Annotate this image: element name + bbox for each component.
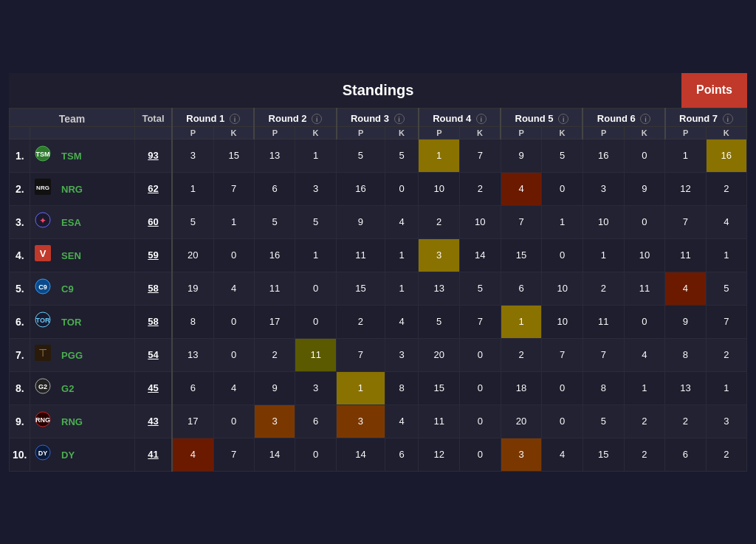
round2-header: Round 2 i: [254, 108, 336, 126]
round6-header: Round 6 i: [583, 108, 664, 126]
standings-table: Team Total Round 1 i Round 2 i Round 3 i: [9, 108, 747, 472]
round1-info-icon[interactable]: i: [230, 114, 240, 124]
r3-k-cell: 4: [385, 404, 419, 438]
team-logo: ✦: [35, 212, 55, 233]
r6-k-cell: 0: [624, 205, 665, 238]
r6-k-cell: 0: [624, 139, 665, 172]
team-name: G2: [61, 382, 74, 393]
svg-text:✦: ✦: [39, 216, 47, 226]
rank-cell: 10.: [10, 438, 30, 471]
r3-k-header: K: [385, 126, 419, 139]
r6-k-cell: 1: [624, 371, 665, 404]
total-cell: 58: [135, 305, 172, 338]
r5-k-cell: 0: [542, 238, 583, 272]
r6-p-cell: 16: [583, 139, 624, 172]
r5-k-cell: 7: [542, 338, 583, 371]
r4-p-cell: 5: [419, 305, 460, 338]
r4-k-header: K: [460, 126, 501, 139]
team-cell: C9 C9: [30, 272, 135, 305]
team-cell: RNG RNG: [30, 404, 135, 438]
total-column-header: Total: [135, 108, 172, 126]
r1-p-cell: 6: [172, 371, 213, 404]
total-cell: 45: [135, 371, 172, 404]
table-row: 5. C9 C9 5819411015113561021145: [10, 272, 747, 305]
team-name: ESA: [61, 216, 81, 227]
r1-p-cell: 20: [172, 238, 213, 272]
team-cell: TOR TOR: [30, 305, 135, 338]
r3-k-cell: 4: [385, 205, 419, 238]
rank-cell: 1.: [10, 139, 30, 172]
r2-p-cell: 17: [254, 305, 295, 338]
r1-k-cell: 4: [213, 371, 254, 404]
r4-k-cell: 5: [460, 272, 501, 305]
r7-p-cell: 7: [665, 205, 706, 238]
r5-p-cell: 7: [501, 205, 542, 238]
rank-cell: 7.: [10, 338, 30, 371]
r5-k-header: K: [542, 126, 583, 139]
team-logo: NRG: [35, 179, 55, 199]
r2-p-cell: 5: [254, 205, 295, 238]
r3-k-cell: 4: [385, 305, 419, 338]
r6-p-cell: 11: [583, 305, 624, 338]
team-name: DY: [61, 449, 75, 460]
r5-k-cell: 4: [542, 438, 583, 471]
r7-p-cell: 8: [665, 338, 706, 371]
r1-p-cell: 8: [172, 305, 213, 338]
table-row: 6. TOR TOR 5880170245711011097: [10, 305, 747, 338]
r1-p-cell: 3: [172, 139, 213, 172]
r5-p-cell: 6: [501, 272, 542, 305]
r1-p-cell: 1: [172, 172, 213, 205]
round4-info-icon[interactable]: i: [476, 114, 487, 124]
r1-k-cell: 15: [213, 139, 254, 172]
team-name: NRG: [61, 183, 83, 194]
r3-k-cell: 1: [385, 272, 419, 305]
round6-info-icon[interactable]: i: [640, 114, 650, 124]
r2-p-cell: 11: [254, 272, 295, 305]
r4-p-cell: 11: [419, 404, 460, 438]
team-column-header: Team: [10, 108, 135, 126]
team-logo: RNG: [35, 411, 55, 432]
r7-p-cell: 4: [665, 272, 706, 305]
r2-p-cell: 13: [254, 139, 295, 172]
round7-info-icon[interactable]: i: [723, 114, 733, 124]
standings-tbody: 1. TSM TSM 933151315517951601162. NRG NR…: [10, 139, 747, 471]
r2-k-cell: 6: [295, 404, 337, 438]
r3-p-cell: 11: [337, 238, 385, 272]
table-row: 10. DY DY 41471401461203415262: [10, 438, 747, 471]
total-subheader: [135, 126, 172, 139]
team-cell: V SEN: [30, 238, 135, 272]
r1-p-cell: 19: [172, 272, 213, 305]
round4-header: Round 4 i: [419, 108, 501, 126]
points-button[interactable]: Points: [681, 73, 747, 108]
r7-p-cell: 13: [665, 371, 706, 404]
team-name: TSM: [61, 150, 81, 161]
total-cell: 54: [135, 338, 172, 371]
r4-p-cell: 20: [419, 338, 460, 371]
r6-k-cell: 10: [624, 238, 665, 272]
round5-header: Round 5 i: [501, 108, 583, 126]
round2-info-icon[interactable]: i: [312, 114, 322, 124]
round3-info-icon[interactable]: i: [394, 114, 405, 124]
rank-cell: 2.: [10, 172, 30, 205]
r3-k-cell: 3: [385, 338, 419, 371]
svg-text:TSM: TSM: [36, 151, 50, 158]
r6-k-cell: 0: [624, 305, 665, 338]
svg-text:⊤: ⊤: [38, 347, 47, 359]
round5-info-icon[interactable]: i: [558, 114, 568, 124]
team-name: SEN: [61, 249, 81, 261]
r3-p-cell: 7: [337, 338, 385, 371]
r7-k-header: K: [706, 126, 746, 139]
r4-p-cell: 12: [419, 438, 460, 471]
r2-k-header: K: [295, 126, 337, 139]
team-logo: V: [35, 245, 55, 266]
r2-k-cell: 11: [295, 338, 337, 371]
r7-p-cell: 9: [665, 305, 706, 338]
r2-k-cell: 3: [295, 371, 337, 404]
svg-text:DY: DY: [38, 450, 48, 457]
rank-cell: 6.: [10, 305, 30, 338]
team-logo: TOR: [35, 311, 55, 332]
r3-p-cell: 16: [337, 172, 385, 205]
r5-k-cell: 0: [542, 371, 583, 404]
r2-p-header: P: [254, 126, 295, 139]
r4-k-cell: 0: [460, 338, 501, 371]
